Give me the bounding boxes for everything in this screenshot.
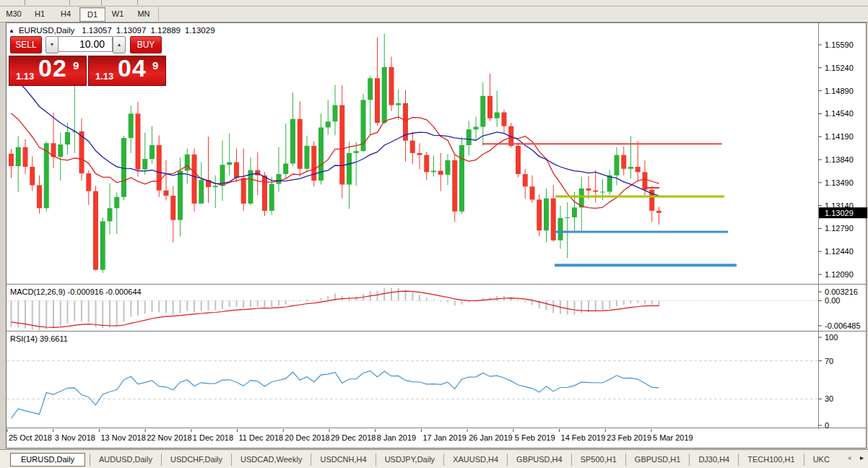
collapse-arrow-icon[interactable]: ▲ <box>9 27 14 34</box>
candle-body <box>170 196 175 220</box>
date-tick-label: 8 Jan 2019 <box>377 433 416 442</box>
candle-body <box>65 132 70 144</box>
tab-audusd-daily[interactable]: AUDUSD,Daily <box>90 454 161 466</box>
candle-body <box>283 163 288 174</box>
date-tick-label: 3 Nov 2018 <box>55 433 95 442</box>
tab-dj30-h4[interactable]: DJ30,H4 <box>689 454 738 466</box>
candle-body <box>93 191 98 270</box>
volume-increase-button[interactable]: ▲ <box>113 36 126 53</box>
timeframe-w1-button[interactable]: W1 <box>105 7 130 20</box>
candle-body <box>368 78 373 100</box>
candle-body <box>452 160 457 212</box>
candle-body <box>178 170 183 220</box>
tab-usdcnh-h4[interactable]: USDCNH,H4 <box>311 454 375 466</box>
candle-body <box>339 105 344 185</box>
tab-eurusd-daily[interactable]: EURUSD,Daily <box>10 453 85 467</box>
candle-body <box>565 217 570 218</box>
candle-body <box>480 96 485 127</box>
candle-body <box>558 218 563 240</box>
date-tick-label: 13 Nov 2018 <box>100 433 145 442</box>
candle-body <box>277 174 282 184</box>
candle-body <box>58 144 63 157</box>
rsi-tick-label: 0 <box>825 421 829 430</box>
candle-body <box>129 113 134 138</box>
candle-body <box>23 147 28 167</box>
tab-gbpusd-h1[interactable]: GBPUSD,H1 <box>625 454 690 466</box>
quote-close: 1.13029 <box>185 26 215 35</box>
candle-body <box>593 191 598 192</box>
price-tick-label: 1.13840 <box>825 155 854 164</box>
toolbar-remnant <box>0 0 868 6</box>
candle-body <box>347 153 352 185</box>
candle-body <box>164 191 169 196</box>
candle-body <box>495 113 500 118</box>
candle-body <box>502 113 507 126</box>
price-tick-label: 1.14890 <box>825 87 854 95</box>
candle-body <box>16 147 21 166</box>
candle-body <box>615 155 620 176</box>
volume-decrease-button[interactable]: ▼ <box>45 36 58 53</box>
candle-body <box>234 162 239 178</box>
macd-values: -0.000916 -0.000644 <box>67 287 141 296</box>
date-tick-label: 1 Dec 2018 <box>193 433 233 442</box>
candle-body <box>474 127 479 130</box>
candle-body <box>100 221 105 269</box>
candle-body <box>375 78 380 123</box>
candle-body <box>537 199 542 230</box>
tab-usdjpy-daily[interactable]: USDJPY,Daily <box>376 454 444 466</box>
price-tick-label: 1.15590 <box>825 40 854 49</box>
candle-body <box>487 96 492 118</box>
candle-body <box>382 67 387 123</box>
timeframe-h4-button[interactable]: H4 <box>53 7 78 20</box>
candle-body <box>389 67 394 105</box>
scroll-tabs-left-icon[interactable]: ◂ <box>847 454 851 462</box>
candle-body <box>466 129 472 145</box>
date-tick-label: 5 Feb 2019 <box>515 433 555 442</box>
tab-usdchf-daily[interactable]: USDCHF,Daily <box>161 454 231 466</box>
chart-tab-bar: EURUSD,DailyAUDUSD,DailyUSDCHF,DailyUSDC… <box>0 449 868 468</box>
trade-controls-row: SELL ▼ ▲ BUY <box>9 36 172 53</box>
candle-body <box>431 170 436 172</box>
candle-body <box>516 146 521 174</box>
date-tick-label: 29 Dec 2018 <box>331 433 376 442</box>
tab-gbpusd-h4[interactable]: GBPUSD,H4 <box>507 454 571 466</box>
macd-tick-label: 0.003216 <box>825 287 858 296</box>
chart-title: ▲EURUSD,Daily1.130571.130971.128891.1302… <box>9 26 220 35</box>
tab-ukc-truncated[interactable]: UKC <box>804 454 832 466</box>
candle-body <box>607 176 612 192</box>
timeframe-mn-button[interactable]: MN <box>131 7 156 20</box>
ask-price-prefix: 1.13 <box>95 71 113 82</box>
candle-body <box>333 105 338 122</box>
tab-tech100-h1[interactable]: TECH100,H1 <box>738 454 803 466</box>
price-tick-label: 1.12790 <box>825 224 854 233</box>
candle-body <box>438 170 443 174</box>
rsi-tick-label: 70 <box>825 357 833 365</box>
candle-body <box>136 113 141 169</box>
chart-symbol-label: EURUSD,Daily <box>19 26 74 35</box>
chart-window: 1.155901.152401.148901.145401.141901.138… <box>6 22 867 448</box>
tab-usdcad-weekly[interactable]: USDCAD,Weekly <box>231 454 311 466</box>
timeframe-h1-button[interactable]: H1 <box>27 7 52 20</box>
date-tick-label: 14 Feb 2019 <box>561 433 606 442</box>
tab-xauusd-h4[interactable]: XAUUSD,H4 <box>443 454 507 466</box>
candle-body <box>199 180 204 204</box>
volume-input[interactable] <box>58 36 113 52</box>
timeframe-m30-button[interactable]: M30 <box>1 7 26 20</box>
scroll-tabs-right-icon[interactable]: ▸ <box>860 454 864 462</box>
candle-body <box>185 155 190 171</box>
sell-button[interactable]: SELL <box>10 36 42 53</box>
buy-button[interactable]: BUY <box>130 36 162 53</box>
candle-body <box>530 186 535 199</box>
timeframe-d1-button[interactable]: D1 <box>79 7 105 22</box>
bid-price-tile[interactable]: 1.13 02 9 <box>9 56 87 86</box>
price-chart-canvas[interactable]: 1.155901.152401.148901.145401.141901.138… <box>6 22 868 448</box>
candle-body <box>572 207 577 217</box>
candle-body <box>86 173 91 191</box>
candle-body <box>635 167 641 172</box>
candle-body <box>290 119 295 164</box>
tab-sp500-h1[interactable]: SP500,H1 <box>571 454 625 466</box>
ask-price-tile[interactable]: 1.13 04 9 <box>88 56 166 86</box>
date-tick-label: 25 Oct 2018 <box>9 433 52 442</box>
candle-body <box>157 145 162 191</box>
date-tick-label: 17 Jan 2019 <box>422 433 466 442</box>
